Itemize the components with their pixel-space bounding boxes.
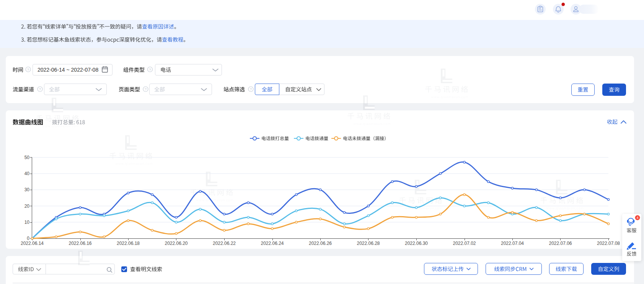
svg-text:2022.06.22: 2022.06.22 [213, 241, 236, 246]
svg-text:2022.06.28: 2022.06.28 [357, 241, 380, 246]
svg-text:2022.06.16: 2022.06.16 [68, 241, 91, 246]
svg-text:2022.07.02: 2022.07.02 [453, 241, 476, 246]
svg-text:?: ? [149, 67, 151, 72]
svg-text:2022.07.08: 2022.07.08 [597, 241, 620, 246]
svg-text:20: 20 [24, 204, 30, 209]
svg-text:2022.07.06: 2022.07.06 [549, 241, 572, 246]
svg-text:2022.06.30: 2022.06.30 [405, 241, 428, 246]
svg-text:4: 4 [636, 216, 638, 220]
svg-text:50: 50 [24, 155, 30, 160]
svg-text:2022.06.18: 2022.06.18 [117, 241, 140, 246]
svg-text:2022.06.24: 2022.06.24 [261, 241, 284, 246]
svg-text:40: 40 [24, 171, 30, 176]
svg-text:2022.07.04: 2022.07.04 [501, 241, 524, 246]
svg-text:2022-06-14 ~ 2022-07-08: 2022-06-14 ~ 2022-07-08 [37, 67, 98, 73]
svg-text:?: ? [27, 67, 29, 72]
svg-text:2022.06.20: 2022.06.20 [165, 241, 187, 246]
svg-text:0: 0 [27, 236, 29, 241]
svg-text:2022.06.26: 2022.06.26 [309, 241, 332, 246]
svg-text:?: ? [39, 87, 41, 91]
svg-text:?: ? [145, 87, 147, 91]
svg-text:2022.06.14: 2022.06.14 [21, 241, 44, 246]
svg-text:?: ? [250, 87, 252, 91]
svg-text:10: 10 [24, 220, 30, 225]
svg-text:30: 30 [24, 187, 30, 192]
